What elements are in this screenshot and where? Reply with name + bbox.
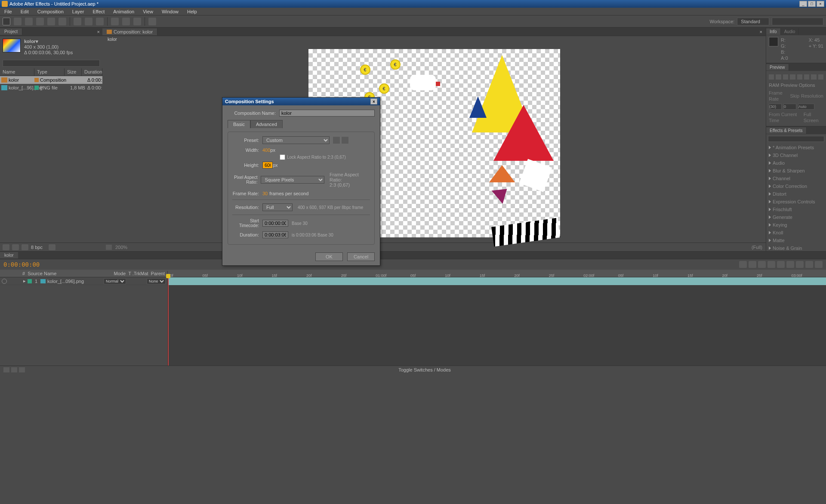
resolution-dropdown[interactable]: (Full) — [752, 245, 762, 250]
tl-btn-9[interactable] — [815, 261, 823, 268]
col-mode[interactable]: Mode — [114, 271, 126, 276]
menu-animation[interactable]: Animation — [109, 9, 139, 14]
menu-effect[interactable]: Effect — [88, 9, 109, 14]
label-swatch[interactable] — [28, 279, 32, 283]
fx-category[interactable]: Matte — [767, 237, 825, 244]
tl-btn-1[interactable] — [739, 261, 747, 268]
prev-frame-button[interactable] — [776, 74, 781, 80]
last-frame-button[interactable] — [797, 74, 802, 80]
toggle-switches-button[interactable]: Toggle Switches / Modes — [398, 367, 451, 372]
fx-category[interactable]: Blur & Sharpen — [767, 167, 825, 175]
ok-button[interactable]: OK — [315, 252, 343, 261]
fx-category[interactable]: Frischluft — [767, 206, 825, 213]
clone-tool[interactable] — [122, 18, 130, 25]
new-folder-button[interactable] — [12, 244, 19, 250]
panel-close-icon[interactable]: × — [95, 29, 102, 34]
fx-category[interactable]: Audio — [767, 159, 825, 167]
menu-window[interactable]: Window — [157, 9, 183, 14]
menu-view[interactable]: View — [139, 9, 157, 14]
next-frame-button[interactable] — [790, 74, 795, 80]
timeline-tab[interactable]: kolor — [0, 252, 18, 258]
par-dropdown[interactable]: Square Pixels — [261, 176, 324, 184]
width-value[interactable]: 400 — [262, 148, 270, 153]
menu-layer[interactable]: Layer — [68, 9, 89, 14]
comp-breadcrumb[interactable]: kolor — [102, 36, 766, 44]
col-trkmat[interactable]: T .TrkMat — [128, 271, 148, 276]
menu-composition[interactable]: Composition — [33, 9, 68, 14]
menu-edit[interactable]: Edit — [16, 9, 33, 14]
menu-help[interactable]: Help — [183, 9, 201, 14]
timeline-track[interactable] — [168, 277, 826, 366]
visibility-toggle[interactable] — [2, 279, 7, 284]
cancel-button[interactable]: Cancel — [347, 252, 375, 261]
col-name[interactable]: Name — [0, 68, 34, 76]
layer-bar[interactable] — [168, 277, 826, 285]
playhead-marker[interactable] — [166, 274, 170, 278]
playhead[interactable] — [168, 277, 169, 366]
tl-btn-5[interactable] — [777, 261, 785, 268]
menu-file[interactable]: File — [0, 9, 16, 14]
tl-btn-6[interactable] — [786, 261, 794, 268]
maximize-button[interactable]: □ — [808, 1, 816, 7]
tl-btn-2[interactable] — [749, 261, 756, 268]
panel-close-icon[interactable]: × — [756, 29, 766, 34]
col-source[interactable]: Source Name — [28, 271, 56, 276]
tl-btn-4[interactable] — [767, 261, 775, 268]
play-button[interactable] — [783, 74, 788, 80]
text-tool[interactable] — [96, 18, 104, 25]
mute-button[interactable] — [804, 74, 809, 80]
first-frame-button[interactable] — [769, 74, 774, 80]
col-type[interactable]: Type — [34, 68, 65, 76]
tl-foot-btn[interactable] — [3, 367, 9, 372]
current-time[interactable]: 0:00:00:00 — [3, 261, 40, 268]
blend-mode-dropdown[interactable]: Normal — [104, 278, 126, 284]
tl-foot-btn[interactable] — [11, 367, 17, 372]
save-preset-button[interactable] — [333, 137, 340, 144]
dialog-close-button[interactable]: × — [370, 98, 377, 104]
new-comp-button[interactable] — [22, 244, 28, 250]
tl-btn-8[interactable] — [805, 261, 813, 268]
fx-category[interactable]: Noise & Grain — [767, 244, 825, 252]
minimize-button[interactable]: _ — [799, 1, 807, 7]
project-search[interactable] — [3, 60, 100, 67]
close-button[interactable]: × — [817, 1, 824, 7]
advanced-tab[interactable]: Advanced — [250, 120, 283, 128]
delete-preset-button[interactable] — [342, 137, 348, 144]
brush-tool[interactable] — [111, 18, 119, 25]
help-search[interactable] — [772, 18, 823, 25]
grid-button[interactable] — [106, 245, 112, 250]
fx-category[interactable]: Keying — [767, 221, 825, 229]
fx-category[interactable]: Distort — [767, 190, 825, 198]
loop-button[interactable] — [811, 74, 816, 80]
selection-tool[interactable] — [3, 18, 10, 25]
fx-category[interactable]: Knoll — [767, 229, 825, 237]
eraser-tool[interactable] — [133, 18, 141, 25]
project-item[interactable]: kolor_[...96].png PNG file 1,8 MB Δ 0:00… — [0, 84, 102, 92]
audio-tab[interactable]: Audio — [781, 28, 799, 35]
layer-row[interactable]: ▸ 1 kolor_[...096].png Normal None — [0, 277, 167, 285]
ram-preview-button[interactable] — [818, 74, 823, 80]
fx-category[interactable]: Channel — [767, 175, 825, 182]
delete-button[interactable] — [49, 244, 55, 250]
col-size[interactable]: Size — [65, 68, 82, 76]
fx-category[interactable]: Color Correction — [767, 182, 825, 190]
comp-name-input[interactable] — [279, 110, 375, 117]
project-item[interactable]: kolor Composition Δ 0:00: — [0, 76, 102, 84]
bpc-indicator[interactable]: 8 bpc — [31, 245, 43, 250]
col-parent[interactable]: Parent — [151, 271, 165, 276]
camera-tool[interactable] — [47, 18, 55, 25]
resolution-dropdown[interactable]: Full — [262, 203, 293, 211]
tl-btn-3[interactable] — [758, 261, 766, 268]
framerate-input[interactable] — [769, 104, 782, 110]
info-tab[interactable]: Info — [766, 28, 781, 35]
hand-tool[interactable] — [14, 18, 22, 25]
start-timecode-input[interactable] — [262, 220, 288, 227]
col-duration[interactable]: Duration — [82, 68, 102, 76]
duration-input[interactable] — [262, 231, 288, 238]
preview-tab[interactable]: Preview — [766, 64, 789, 71]
interpret-footage-button[interactable] — [3, 244, 9, 250]
zoom-level[interactable]: 200% — [115, 245, 127, 250]
project-tab[interactable]: Project — [0, 28, 22, 35]
puppet-tool[interactable] — [148, 18, 156, 25]
skip-input[interactable] — [783, 104, 796, 110]
